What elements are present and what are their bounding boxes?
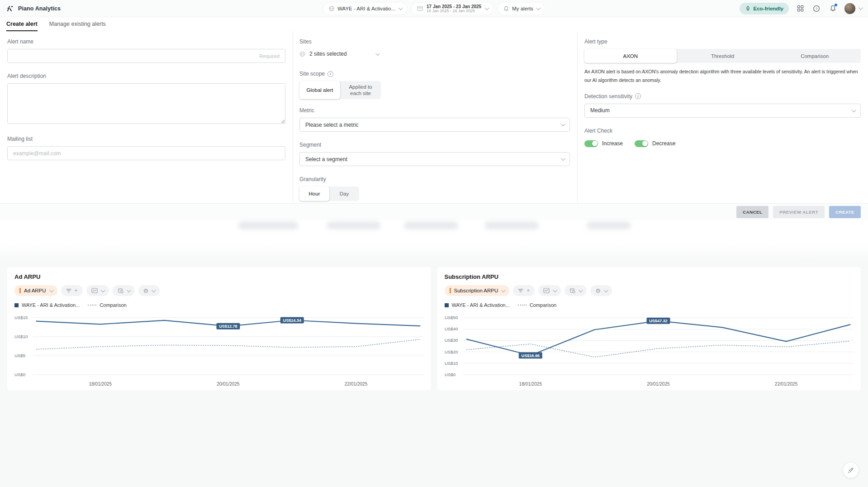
chart-legend: WAYE - ARI & Activation... Comparison [445, 302, 854, 308]
legend-item-site[interactable]: WAYE - ARI & Activation... [14, 302, 80, 308]
chevron-down-icon [501, 288, 506, 292]
eco-friendly-badge[interactable]: Eco-friendly [740, 3, 789, 14]
svg-text:US$16.96: US$16.96 [521, 353, 539, 358]
metric-accent-bar [450, 288, 451, 293]
metric-pill[interactable]: Subscription ARPU [445, 285, 510, 296]
my-alerts-menu[interactable]: My alerts [498, 2, 545, 14]
settings-pill[interactable]: ⚙ [138, 285, 160, 296]
globe-icon [299, 51, 305, 57]
chart-card-ad-arpu: Ad ARPU Ad ARPU + [7, 267, 431, 390]
sites-selector[interactable]: 2 sites selected [299, 49, 570, 63]
alert-type-option-comparison[interactable]: Comparison [768, 49, 861, 63]
svg-text:20/01/2025: 20/01/2025 [217, 382, 240, 387]
notifications-button[interactable] [828, 4, 838, 14]
filter-pill[interactable]: + [61, 285, 83, 296]
date-range-previous: 10 Jan 2025 - 16 Jan 2025 [427, 9, 481, 13]
chevron-down-icon [127, 288, 131, 292]
date-range-selector[interactable]: 17 Jan 2025 - 23 Jan 2025 10 Jan 2025 - … [412, 2, 493, 14]
site-scope-label: Site scope [299, 71, 325, 77]
increase-toggle-label: Increase [602, 140, 623, 147]
settings-pill[interactable]: ⚙ [590, 285, 612, 296]
granularity-option-day[interactable]: Day [329, 186, 359, 201]
site-scope-option-global[interactable]: Global alert [299, 81, 340, 99]
legend-item-comparison[interactable]: Comparison [518, 302, 556, 308]
comparison-swatch [518, 305, 526, 306]
svg-text:US$0: US$0 [445, 372, 455, 377]
toggle-knob [642, 141, 648, 146]
plus-icon: + [526, 288, 530, 293]
sites-label: Sites [299, 38, 570, 45]
svg-text:22/01/2025: 22/01/2025 [345, 382, 368, 387]
database-icon [569, 288, 575, 294]
segment-select[interactable]: Select a segment [299, 152, 570, 166]
tab-bar: Create alert Manage existing alerts [0, 17, 868, 31]
chart-type-pill[interactable] [86, 285, 109, 296]
svg-text:US$40: US$40 [445, 326, 458, 331]
legend-item-comparison[interactable]: Comparison [88, 302, 126, 308]
increase-toggle[interactable] [584, 140, 598, 147]
assistant-rocket-button[interactable] [843, 463, 859, 478]
toggle-knob [592, 141, 598, 146]
series-swatch [445, 303, 449, 307]
footer-action-bar: CANCEL PREVIEW ALERT CREATE [0, 203, 868, 220]
svg-text:US$10: US$10 [445, 361, 458, 366]
charts-section: Ad ARPU Ad ARPU + [0, 260, 868, 390]
calendar-icon [417, 5, 423, 12]
apps-grid-button[interactable] [795, 4, 805, 14]
site-scope-option-each-site[interactable]: Applied to each site [340, 81, 381, 99]
chart-type-pill[interactable] [538, 285, 561, 296]
top-nav: Piano Analytics WAYE - ARI & Activatio..… [0, 0, 868, 17]
alert-type-label: Alert type [584, 38, 861, 45]
chevron-down-icon [375, 51, 380, 56]
filter-pill[interactable]: + [513, 285, 535, 296]
user-menu[interactable] [844, 3, 862, 14]
tab-manage-alerts[interactable]: Manage existing alerts [49, 21, 106, 31]
svg-text:US$50: US$50 [445, 315, 458, 320]
chevron-down-icon [553, 288, 557, 292]
metric-select[interactable]: Please select a metric [299, 118, 570, 132]
form-column-scope: Sites 2 sites selected Site scope i [293, 31, 578, 203]
chart-card-subscription-arpu: Subscription ARPU Subscription ARPU + [437, 267, 861, 390]
create-button[interactable]: CREATE [829, 206, 861, 218]
alert-type-option-threshold[interactable]: Threshold [677, 49, 769, 63]
legend-item-site[interactable]: WAYE - ARI & Activation... [445, 302, 510, 308]
form-column-type: Alert type AXON Threshold Comparison An … [578, 31, 868, 203]
svg-text:22/01/2025: 22/01/2025 [774, 382, 797, 387]
filter-icon [66, 288, 71, 293]
help-button[interactable]: ? [811, 4, 821, 14]
tab-create-alert[interactable]: Create alert [6, 21, 38, 31]
line-chart: US$0US$5US$10US$1518/01/202520/01/202522… [14, 311, 424, 391]
data-source-pill[interactable] [564, 285, 587, 296]
chart-toolbar: Subscription ARPU + [445, 285, 854, 296]
chevron-down-icon [604, 288, 608, 292]
plus-icon: + [75, 288, 78, 293]
chart-legend: WAYE - ARI & Activation... Comparison [14, 302, 424, 308]
decrease-toggle[interactable] [635, 140, 648, 147]
alert-name-input[interactable] [7, 49, 285, 63]
piano-analytics-logo [6, 5, 14, 12]
info-icon[interactable]: i [327, 71, 333, 77]
comparison-swatch [88, 305, 96, 306]
preview-alert-button[interactable]: PREVIEW ALERT [773, 206, 825, 218]
data-source-pill[interactable] [113, 285, 135, 296]
site-selector[interactable]: WAYE - ARI & Activatio... [323, 2, 407, 14]
cancel-button[interactable]: CANCEL [736, 206, 768, 218]
svg-text:US$14.34: US$14.34 [283, 318, 301, 323]
decrease-toggle-label: Decrease [652, 140, 675, 147]
metric-pill[interactable]: Ad ARPU [14, 285, 57, 296]
chevron-down-icon [561, 122, 565, 126]
detection-sensitivity-value: Medium [590, 107, 610, 114]
alert-type-option-axon[interactable]: AXON [584, 49, 677, 63]
info-icon[interactable]: i [635, 93, 641, 99]
svg-text:US$30: US$30 [445, 338, 458, 343]
form-column-general: Alert name Alert description Mailing lis… [0, 31, 293, 203]
svg-text:US$47.32: US$47.32 [649, 319, 667, 323]
svg-text:?: ? [816, 7, 818, 11]
mailing-list-input[interactable] [7, 146, 285, 160]
segment-label: Segment [299, 142, 570, 148]
alert-description-textarea[interactable] [7, 83, 285, 124]
detection-sensitivity-select[interactable]: Medium [584, 104, 861, 118]
svg-text:US$20: US$20 [445, 349, 458, 354]
create-alert-form: Alert name Alert description Mailing lis… [0, 31, 868, 203]
granularity-option-hour[interactable]: Hour [299, 186, 329, 201]
